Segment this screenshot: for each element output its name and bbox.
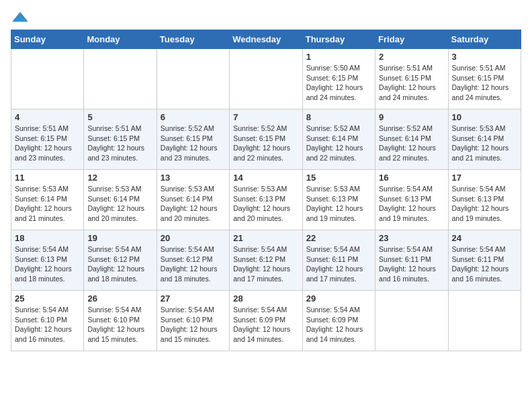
day-number: 23 <box>379 233 444 243</box>
day-number: 3 <box>452 52 517 62</box>
calendar-cell <box>230 49 302 109</box>
calendar-cell: 26Sunrise: 5:54 AM Sunset: 6:10 PM Dayli… <box>84 291 157 351</box>
calendar-cell: 12Sunrise: 5:53 AM Sunset: 6:14 PM Dayli… <box>84 170 157 230</box>
day-info: Sunrise: 5:54 AM Sunset: 6:11 PM Dayligh… <box>452 244 517 284</box>
calendar-cell: 2Sunrise: 5:51 AM Sunset: 6:15 PM Daylig… <box>375 49 448 109</box>
calendar-cell: 13Sunrise: 5:53 AM Sunset: 6:14 PM Dayli… <box>157 170 229 230</box>
logo <box>11 11 32 24</box>
day-info: Sunrise: 5:54 AM Sunset: 6:12 PM Dayligh… <box>161 244 226 284</box>
day-number: 2 <box>379 52 444 62</box>
calendar-cell: 22Sunrise: 5:54 AM Sunset: 6:11 PM Dayli… <box>302 230 375 291</box>
day-number: 24 <box>452 233 517 243</box>
day-info: Sunrise: 5:52 AM Sunset: 6:14 PM Dayligh… <box>379 124 444 163</box>
calendar-cell: 21Sunrise: 5:54 AM Sunset: 6:12 PM Dayli… <box>230 230 302 291</box>
day-number: 6 <box>161 112 226 122</box>
logo-icon <box>11 11 30 24</box>
day-info: Sunrise: 5:54 AM Sunset: 6:13 PM Dayligh… <box>452 184 517 224</box>
col-header-sunday: Sunday <box>11 30 84 49</box>
col-header-thursday: Thursday <box>302 30 375 49</box>
calendar-cell: 3Sunrise: 5:51 AM Sunset: 6:15 PM Daylig… <box>448 49 521 109</box>
page-header <box>11 11 521 24</box>
day-info: Sunrise: 5:54 AM Sunset: 6:13 PM Dayligh… <box>379 184 444 224</box>
calendar-cell: 25Sunrise: 5:54 AM Sunset: 6:10 PM Dayli… <box>11 291 84 351</box>
day-number: 18 <box>15 233 80 243</box>
day-info: Sunrise: 5:54 AM Sunset: 6:10 PM Dayligh… <box>161 305 226 345</box>
calendar-cell: 11Sunrise: 5:53 AM Sunset: 6:14 PM Dayli… <box>11 170 84 230</box>
day-number: 8 <box>306 112 371 122</box>
day-number: 22 <box>306 233 371 243</box>
day-info: Sunrise: 5:54 AM Sunset: 6:12 PM Dayligh… <box>87 244 152 284</box>
day-number: 9 <box>379 112 444 122</box>
day-info: Sunrise: 5:54 AM Sunset: 6:13 PM Dayligh… <box>15 244 80 284</box>
calendar-cell: 29Sunrise: 5:54 AM Sunset: 6:09 PM Dayli… <box>302 291 375 351</box>
calendar-cell: 10Sunrise: 5:53 AM Sunset: 6:14 PM Dayli… <box>448 109 521 170</box>
day-number: 19 <box>87 233 152 243</box>
day-info: Sunrise: 5:51 AM Sunset: 6:15 PM Dayligh… <box>87 124 152 163</box>
calendar-week-row: 11Sunrise: 5:53 AM Sunset: 6:14 PM Dayli… <box>11 170 521 230</box>
day-number: 4 <box>15 112 80 122</box>
day-info: Sunrise: 5:51 AM Sunset: 6:15 PM Dayligh… <box>379 63 444 103</box>
day-number: 1 <box>306 52 371 62</box>
day-number: 27 <box>161 293 226 304</box>
calendar-cell <box>84 49 157 109</box>
col-header-monday: Monday <box>84 30 157 49</box>
calendar-cell: 4Sunrise: 5:51 AM Sunset: 6:15 PM Daylig… <box>11 109 84 170</box>
day-number: 15 <box>306 173 371 183</box>
calendar-cell: 24Sunrise: 5:54 AM Sunset: 6:11 PM Dayli… <box>448 230 521 291</box>
day-info: Sunrise: 5:51 AM Sunset: 6:15 PM Dayligh… <box>15 124 80 163</box>
day-info: Sunrise: 5:53 AM Sunset: 6:14 PM Dayligh… <box>15 184 80 224</box>
day-number: 7 <box>233 112 298 122</box>
calendar-week-row: 1Sunrise: 5:50 AM Sunset: 6:15 PM Daylig… <box>11 49 521 109</box>
day-info: Sunrise: 5:54 AM Sunset: 6:11 PM Dayligh… <box>379 244 444 284</box>
day-info: Sunrise: 5:52 AM Sunset: 6:15 PM Dayligh… <box>233 124 298 163</box>
day-number: 5 <box>87 112 152 122</box>
calendar-cell: 16Sunrise: 5:54 AM Sunset: 6:13 PM Dayli… <box>375 170 448 230</box>
day-info: Sunrise: 5:53 AM Sunset: 6:14 PM Dayligh… <box>161 184 226 224</box>
day-info: Sunrise: 5:54 AM Sunset: 6:12 PM Dayligh… <box>233 244 298 284</box>
calendar-cell: 27Sunrise: 5:54 AM Sunset: 6:10 PM Dayli… <box>157 291 229 351</box>
day-number: 12 <box>87 173 152 183</box>
day-number: 16 <box>379 173 444 183</box>
col-header-saturday: Saturday <box>448 30 521 49</box>
day-info: Sunrise: 5:53 AM Sunset: 6:13 PM Dayligh… <box>306 184 371 224</box>
day-number: 29 <box>306 293 371 304</box>
calendar-cell: 6Sunrise: 5:52 AM Sunset: 6:15 PM Daylig… <box>157 109 229 170</box>
day-info: Sunrise: 5:50 AM Sunset: 6:15 PM Dayligh… <box>306 63 371 103</box>
day-number: 10 <box>452 112 517 122</box>
calendar-cell: 8Sunrise: 5:52 AM Sunset: 6:14 PM Daylig… <box>302 109 375 170</box>
day-number: 20 <box>161 233 226 243</box>
day-info: Sunrise: 5:54 AM Sunset: 6:10 PM Dayligh… <box>87 305 152 345</box>
calendar-cell: 1Sunrise: 5:50 AM Sunset: 6:15 PM Daylig… <box>302 49 375 109</box>
calendar-cell: 17Sunrise: 5:54 AM Sunset: 6:13 PM Dayli… <box>448 170 521 230</box>
calendar-cell: 28Sunrise: 5:54 AM Sunset: 6:09 PM Dayli… <box>230 291 302 351</box>
day-info: Sunrise: 5:53 AM Sunset: 6:13 PM Dayligh… <box>233 184 298 224</box>
calendar-cell <box>375 291 448 351</box>
calendar-cell: 14Sunrise: 5:53 AM Sunset: 6:13 PM Dayli… <box>230 170 302 230</box>
calendar-cell <box>11 49 84 109</box>
day-info: Sunrise: 5:51 AM Sunset: 6:15 PM Dayligh… <box>452 63 517 103</box>
calendar-table: SundayMondayTuesdayWednesdayThursdayFrid… <box>11 30 521 351</box>
day-info: Sunrise: 5:54 AM Sunset: 6:10 PM Dayligh… <box>15 305 80 345</box>
day-number: 26 <box>87 293 152 304</box>
day-info: Sunrise: 5:54 AM Sunset: 6:09 PM Dayligh… <box>306 305 371 345</box>
col-header-friday: Friday <box>375 30 448 49</box>
calendar-week-row: 25Sunrise: 5:54 AM Sunset: 6:10 PM Dayli… <box>11 291 521 351</box>
calendar-week-row: 4Sunrise: 5:51 AM Sunset: 6:15 PM Daylig… <box>11 109 521 170</box>
calendar-cell: 5Sunrise: 5:51 AM Sunset: 6:15 PM Daylig… <box>84 109 157 170</box>
day-number: 17 <box>452 173 517 183</box>
day-info: Sunrise: 5:52 AM Sunset: 6:14 PM Dayligh… <box>306 124 371 163</box>
calendar-cell: 7Sunrise: 5:52 AM Sunset: 6:15 PM Daylig… <box>230 109 302 170</box>
calendar-week-row: 18Sunrise: 5:54 AM Sunset: 6:13 PM Dayli… <box>11 230 521 291</box>
day-info: Sunrise: 5:52 AM Sunset: 6:15 PM Dayligh… <box>161 124 226 163</box>
day-info: Sunrise: 5:53 AM Sunset: 6:14 PM Dayligh… <box>452 124 517 163</box>
day-number: 28 <box>233 293 298 304</box>
day-number: 25 <box>15 293 80 304</box>
calendar-cell <box>448 291 521 351</box>
calendar-header-row: SundayMondayTuesdayWednesdayThursdayFrid… <box>11 30 521 49</box>
calendar-cell: 18Sunrise: 5:54 AM Sunset: 6:13 PM Dayli… <box>11 230 84 291</box>
day-number: 11 <box>15 173 80 183</box>
calendar-cell: 19Sunrise: 5:54 AM Sunset: 6:12 PM Dayli… <box>84 230 157 291</box>
calendar-cell: 9Sunrise: 5:52 AM Sunset: 6:14 PM Daylig… <box>375 109 448 170</box>
calendar-cell <box>157 49 229 109</box>
day-number: 13 <box>161 173 226 183</box>
